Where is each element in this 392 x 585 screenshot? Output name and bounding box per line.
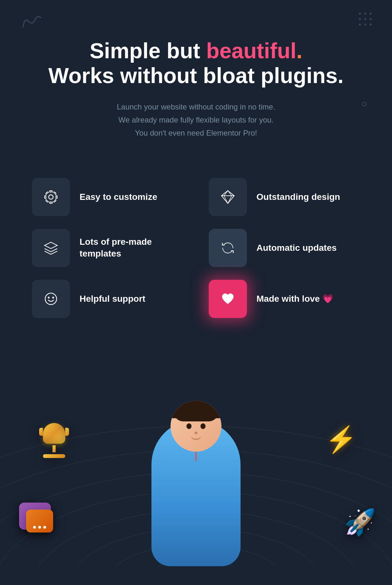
features-grid: Easy to customize Outstanding design — [0, 159, 392, 331]
feature-label-easy-customize: Easy to customize — [80, 191, 157, 203]
feature-icon-box-gear — [32, 178, 70, 216]
hero-subtitle-line3: You don't even need Elementor Pro! — [135, 129, 257, 137]
svg-marker-1 — [221, 191, 234, 203]
feature-icon-box-heart — [209, 280, 247, 318]
feature-icon-box-smile — [32, 280, 70, 318]
hero-title-part1: Simple but — [90, 39, 206, 63]
character-body — [151, 420, 241, 566]
page-wrapper: Simple but beautiful. Works without bloa… — [0, 0, 392, 585]
feature-label-helpful-support: Helpful support — [80, 293, 145, 305]
char-mouth — [191, 435, 201, 440]
deco-dots — [359, 13, 373, 27]
feature-made-with-love: Made with love 💗 — [209, 280, 360, 318]
feature-icon-box-refresh — [209, 229, 247, 267]
feature-label-outstanding-design: Outstanding design — [256, 191, 340, 203]
hero-title-beautiful: beautiful — [206, 39, 296, 63]
character-head — [171, 401, 221, 452]
feature-icon-box-diamond — [209, 178, 247, 216]
char-eye-left — [186, 423, 192, 429]
diamond-icon — [220, 189, 235, 205]
feature-helpful-support: Helpful support — [32, 280, 183, 318]
character-3d — [139, 401, 253, 566]
hero-subtitle-line1: Launch your website without coding in no… — [117, 102, 275, 111]
refresh-icon — [220, 240, 235, 256]
heart-icon — [220, 291, 235, 307]
feature-outstanding-design: Outstanding design — [209, 178, 360, 216]
chat-bubbles-emoji — [19, 503, 54, 534]
hero-subtitle-line2: We already made fully flexible layouts f… — [118, 116, 274, 124]
char-eye-right — [200, 423, 206, 429]
char-hair — [171, 401, 221, 418]
feature-easy-customize: Easy to customize — [32, 178, 183, 216]
smile-icon — [43, 291, 59, 307]
svg-point-5 — [45, 293, 57, 305]
hero-title-part2: Works without bloat plugins. — [48, 63, 344, 88]
char-nose — [194, 432, 198, 434]
deco-circle — [362, 102, 367, 106]
feature-icon-box-layers — [32, 229, 70, 267]
trophy-emoji — [38, 423, 70, 458]
hero-section: Simple but beautiful. Works without bloa… — [0, 0, 392, 159]
layers-icon — [43, 240, 59, 256]
svg-marker-4 — [45, 242, 57, 249]
hero-subtitle: Launch your website without coding in no… — [72, 101, 320, 139]
radial-section: ⚡ 🚀 — [0, 343, 392, 566]
rocket-emoji: 🚀 — [344, 505, 376, 538]
char-eyes — [186, 423, 206, 429]
feature-label-made-with-love: Made with love 💗 — [256, 293, 333, 305]
hero-title-dot: . — [296, 39, 302, 63]
feature-premade-templates: Lots of pre-made templates — [32, 229, 183, 267]
svg-point-6 — [48, 297, 49, 298]
feature-label-automatic-updates: Automatic updates — [256, 242, 337, 254]
svg-point-0 — [49, 195, 53, 199]
feature-label-premade-templates: Lots of pre-made templates — [80, 236, 183, 259]
hoodie-string — [195, 452, 197, 461]
svg-point-7 — [52, 297, 54, 298]
lightning-emoji: ⚡ — [325, 422, 357, 455]
feature-automatic-updates: Automatic updates — [209, 229, 360, 267]
hero-title: Simple but beautiful. Works without bloa… — [25, 38, 367, 88]
gear-icon — [43, 189, 59, 205]
